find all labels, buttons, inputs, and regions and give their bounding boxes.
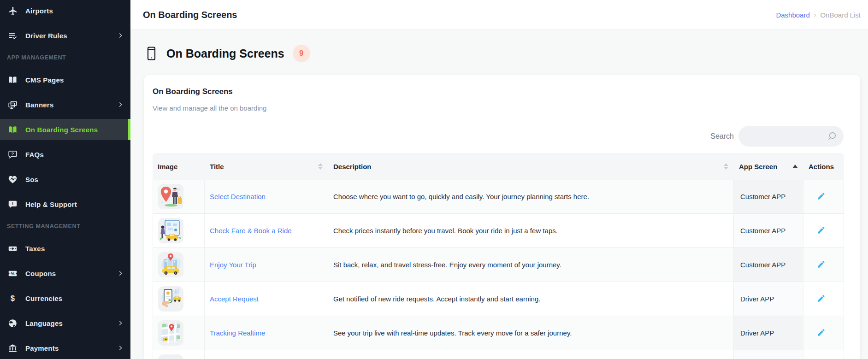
- accept-request-thumbnail: [158, 286, 183, 312]
- title-cell: Check Fare & Book a Ride: [205, 214, 328, 248]
- table-row: Check Fare & Book a RideCheck prices ins…: [153, 214, 844, 248]
- pencil-icon: [817, 294, 826, 304]
- sort-ascending-icon: [792, 165, 798, 168]
- topbar-title: On Boarding Screens: [143, 0, 237, 29]
- breadcrumb: Dashboard › OnBoard List: [776, 0, 861, 29]
- table-row: Tracking RealtimeSee your trip live with…: [153, 316, 844, 350]
- edit-button[interactable]: [816, 327, 827, 339]
- sidebar-section-label: SETTING MANAGEMENT: [0, 218, 130, 234]
- sidebar-item-label: Airports: [25, 7, 53, 15]
- column-header-image: Image: [153, 153, 205, 180]
- sidebar-item-faqs[interactable]: ?FAQs: [0, 144, 130, 165]
- sidebar-item-help-support[interactable]: !Help & Support: [0, 194, 130, 215]
- chevron-right-icon: [117, 32, 124, 39]
- page-header: On Boarding Screens 9: [146, 45, 310, 62]
- search-row: Search: [710, 126, 844, 147]
- description-cell: Get notified of new ride requests. Accep…: [328, 282, 734, 316]
- title-cell: Select Destination: [205, 180, 328, 214]
- column-header-title[interactable]: Title: [205, 153, 328, 180]
- sidebar-item-currencies[interactable]: $Currencies: [0, 288, 130, 309]
- edit-button[interactable]: [816, 191, 827, 203]
- sort-icon: [318, 163, 323, 170]
- chat-question-icon: ?: [6, 148, 19, 161]
- title-cell: [205, 350, 328, 359]
- actions-cell: [803, 248, 844, 282]
- title-link[interactable]: Tracking Realtime: [210, 329, 265, 337]
- actions-cell: [803, 282, 844, 316]
- screens-icon: [6, 98, 19, 111]
- sort-icon: [724, 163, 728, 170]
- list-check-icon: [6, 29, 19, 42]
- edit-button[interactable]: [816, 225, 827, 237]
- title-link[interactable]: Select Destination: [210, 193, 266, 200]
- globe-icon: [6, 317, 19, 330]
- search-input[interactable]: [747, 126, 827, 147]
- search-box: [738, 126, 844, 147]
- image-cell: [153, 214, 205, 248]
- sidebar-item-driver-rules[interactable]: Driver Rules: [0, 25, 130, 46]
- sidebar-item-sos[interactable]: Sos: [0, 169, 130, 190]
- title-cell: Accept Request: [205, 282, 328, 316]
- actions-cell: [803, 180, 844, 214]
- onboarding-partial-thumbnail: [158, 354, 183, 359]
- app-screen-cell: Customer APP: [734, 180, 803, 214]
- title-link[interactable]: Enjoy Your Trip: [210, 261, 256, 269]
- app-screen-cell: Driver APP: [734, 282, 803, 316]
- check-fare-thumbnail: [158, 218, 183, 243]
- breadcrumb-separator-icon: ›: [814, 11, 816, 18]
- table-row: Enjoy Your TripSit back, relax, and trav…: [153, 248, 844, 282]
- table-row: Accept RequestGet notified of new ride r…: [153, 282, 844, 316]
- select-destination-thumbnail: [158, 184, 183, 209]
- app-screen-cell: Driver APP: [734, 316, 803, 350]
- book-open-icon: [6, 123, 19, 136]
- app-screen-cell: Customer APP: [734, 214, 803, 248]
- description-cell: See your trip live with real-time update…: [328, 316, 734, 350]
- sidebar-item-label: Payments: [25, 344, 59, 352]
- sidebar-item-label: Languages: [25, 319, 63, 327]
- sidebar-item-label: Banners: [25, 101, 53, 109]
- image-cell: [153, 180, 205, 214]
- breadcrumb-dashboard-link[interactable]: Dashboard: [776, 11, 809, 19]
- sidebar-item-taxes[interactable]: Taxes: [0, 238, 130, 259]
- topbar: On Boarding Screens Dashboard › OnBoard …: [130, 0, 868, 30]
- edit-button[interactable]: [816, 259, 827, 271]
- svg-text:!: !: [12, 201, 13, 206]
- tracking-realtime-thumbnail: [158, 320, 183, 346]
- count-badge: 9: [293, 45, 310, 62]
- plane-icon: [6, 4, 19, 17]
- onboarding-card: On Boarding Screens View and manage all …: [144, 75, 860, 359]
- svg-text:$: $: [10, 294, 14, 303]
- edit-button[interactable]: [816, 293, 827, 305]
- dollar-icon: $: [6, 292, 19, 305]
- svg-text:%: %: [11, 271, 14, 276]
- title-link[interactable]: Accept Request: [210, 295, 259, 303]
- sidebar-item-label: Sos: [25, 176, 38, 183]
- pencil-icon: [817, 260, 826, 270]
- image-cell: [153, 282, 205, 316]
- title-link[interactable]: Check Fare & Book a Ride: [210, 227, 292, 235]
- sidebar-item-on-boarding-screens[interactable]: On Boarding Screens: [0, 119, 130, 140]
- sidebar-item-label: On Boarding Screens: [25, 126, 98, 134]
- table-row: Select DestinationChoose where you want …: [153, 180, 844, 214]
- search-label: Search: [710, 132, 734, 141]
- column-header-description[interactable]: Description: [328, 153, 734, 180]
- column-header-actions: Actions: [803, 153, 844, 180]
- column-header-app-screen[interactable]: App Screen: [734, 153, 803, 180]
- sidebar-item-label: Driver Rules: [25, 32, 67, 40]
- sidebar-item-languages[interactable]: Languages: [0, 312, 130, 334]
- card-subtitle: View and manage all the on boarding: [153, 104, 266, 112]
- actions-cell: [803, 316, 844, 350]
- sidebar-item-label: Taxes: [25, 245, 45, 253]
- sidebar-section-label: APP MANAGEMENT: [0, 50, 130, 65]
- sidebar-item-banners[interactable]: Banners: [0, 94, 130, 115]
- actions-cell: [803, 214, 844, 248]
- sidebar-item-label: Currencies: [25, 294, 62, 302]
- sidebar-item-cms-pages[interactable]: CMS Pages: [0, 69, 130, 90]
- chevron-right-icon: [117, 320, 124, 327]
- sidebar-item-airports[interactable]: Airports: [0, 0, 130, 21]
- breadcrumb-current: OnBoard List: [820, 11, 861, 19]
- sidebar-item-label: Help & Support: [25, 200, 77, 208]
- sidebar-item-coupons[interactable]: %Coupons: [0, 263, 130, 284]
- actions-cell: [803, 350, 844, 359]
- sidebar-item-payments[interactable]: Payments: [0, 337, 130, 359]
